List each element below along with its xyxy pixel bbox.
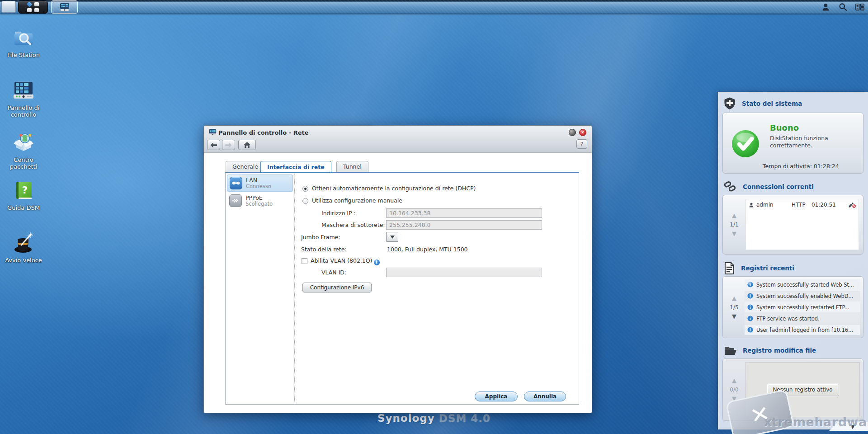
- dhcp-radio[interactable]: [302, 186, 308, 192]
- log-list: System successfully started Web St... Sy…: [745, 279, 860, 335]
- desktop-icon-control-panel[interactable]: Pannello di controllo: [2, 79, 45, 118]
- home-button[interactable]: [238, 140, 256, 150]
- shield-icon: [724, 97, 736, 110]
- tab-label: Interfaccia di rete: [267, 164, 325, 170]
- interface-item-pppoe[interactable]: PPPoE Scollegato: [227, 193, 293, 209]
- desktop-icon-quick-start[interactable]: Avvio veloce: [2, 231, 45, 264]
- desktop-icon-file-station[interactable]: File Station: [2, 26, 45, 58]
- page-up-icon[interactable]: ▲: [732, 378, 736, 383]
- link-icon: [724, 181, 736, 193]
- subnet-mask-label: Maschera di sottorete:: [321, 222, 385, 228]
- main-menu-button[interactable]: [18, 0, 48, 14]
- jumbo-frame-select[interactable]: [386, 232, 398, 242]
- ipv6-config-button[interactable]: Configurazione IPv6: [302, 283, 372, 292]
- no-active-log-message: Nessun registro attivo: [767, 384, 839, 396]
- info-icon: [747, 293, 753, 299]
- desktop-icon-label: File Station: [2, 52, 45, 58]
- section-title: Registro modifica file: [743, 347, 816, 354]
- vlan-checkbox[interactable]: [302, 258, 307, 264]
- taskbar: [0, 0, 868, 14]
- help-button[interactable]: ?: [576, 139, 587, 149]
- list-divider: [294, 174, 295, 403]
- quick-start-icon: [12, 231, 35, 254]
- info-icon: [747, 282, 753, 288]
- pager-label: 1/1: [730, 222, 738, 228]
- connection-time: 01:20:51: [811, 202, 836, 208]
- connections-header: Connessioni correnti: [724, 180, 814, 193]
- desktop-icon-label: Pannello di controllo: [2, 104, 45, 118]
- pilot-view-icon[interactable]: [854, 2, 865, 13]
- widget-collapse-tab[interactable]: ▼: [829, 422, 868, 431]
- desktop-icon-label: Centro pacchetti: [2, 156, 45, 170]
- control-panel-mini-icon: [60, 3, 70, 11]
- vlan-id-label: VLAN ID:: [321, 269, 346, 276]
- log-text: System successfully restarted FTP...: [756, 304, 849, 311]
- interface-item-lan[interactable]: LAN Connesso: [227, 175, 293, 192]
- log-text: System successfully enabled WebD...: [756, 293, 854, 299]
- tab-interfaccia-di-rete[interactable]: Interfaccia di rete: [260, 161, 331, 172]
- vlan-id-field: [386, 268, 542, 277]
- pager-label: 1/5: [730, 304, 738, 311]
- tab-label: Tunnel: [343, 163, 362, 170]
- desktop-icon-label: Guida DSM: [2, 204, 45, 211]
- ipv6-button-label: Configurazione IPv6: [310, 284, 364, 291]
- uptime-text: Tempo di attività: 01:28:24: [763, 163, 839, 170]
- connection-row: admin HTTP 01:20:51: [746, 199, 859, 210]
- dsm-help-icon: ?: [12, 179, 35, 202]
- file-station-icon: [12, 26, 35, 49]
- vlan-checkbox-label: Abilita VLAN (802.1Q)i: [311, 257, 380, 265]
- pager-label: 0/0: [730, 387, 738, 393]
- kill-connection-icon[interactable]: [848, 202, 856, 208]
- system-health-widget: Stato del sistema Buono DiskStation funz…: [718, 92, 868, 429]
- info-icon[interactable]: i: [374, 259, 380, 265]
- search-icon[interactable]: [837, 2, 848, 13]
- manual-config-radio[interactable]: [302, 198, 308, 204]
- network-status-label: Stato della rete:: [301, 246, 347, 253]
- desktop-icon-dsm-help[interactable]: ? Guida DSM: [2, 179, 45, 211]
- recent-logs-header: Registri recenti: [724, 262, 794, 274]
- cancel-button[interactable]: Annulla: [524, 392, 566, 401]
- dhcp-radio-label: Ottieni automaticamente la configurazion…: [312, 185, 476, 192]
- system-status-header: Stato del sistema: [724, 97, 802, 110]
- connections-panel: ▲ 1/1 ▼ admin HTTP 01:20:51: [722, 195, 863, 255]
- info-icon: [747, 316, 753, 321]
- vlan-label-text: Abilita VLAN (802.1Q): [311, 257, 373, 264]
- apply-button[interactable]: Applica: [475, 392, 518, 401]
- page-down-icon[interactable]: ▼: [732, 396, 736, 401]
- forward-button[interactable]: [222, 140, 235, 150]
- close-icon: ✕: [581, 130, 585, 135]
- ip-field: 10.164.233.38: [386, 208, 542, 218]
- logs-pager: ▲ 1/5 ▼: [723, 277, 745, 338]
- chevron-down-icon: [390, 236, 395, 239]
- user-icon: [749, 202, 754, 208]
- interface-list: LAN Connesso PPPoE Scollegato: [227, 175, 293, 210]
- control-panel-window: Pannello di controllo - Rete ✕ ? General…: [203, 125, 592, 413]
- page-down-icon[interactable]: ▼: [732, 314, 736, 319]
- help-label: ?: [580, 141, 583, 147]
- log-row: System successfully enabled WebD...: [745, 291, 860, 301]
- log-row: System successfully started Web St...: [745, 279, 860, 290]
- user-icon[interactable]: [820, 2, 831, 13]
- log-row: System successfully restarted FTP...: [745, 302, 860, 312]
- taskbar-item-control-panel[interactable]: [51, 0, 78, 14]
- apply-label: Applica: [485, 393, 508, 400]
- lan-icon: [230, 177, 242, 189]
- page-up-icon[interactable]: ▲: [732, 213, 736, 218]
- minimize-button[interactable]: [569, 129, 576, 136]
- interface-status: Scollegato: [245, 201, 273, 207]
- desktop-icon-package-center[interactable]: Centro pacchetti: [2, 131, 45, 170]
- log-text: FTP service was started.: [756, 316, 820, 322]
- section-title: Stato del sistema: [742, 100, 802, 107]
- page-down-icon[interactable]: ▼: [732, 231, 736, 236]
- back-button[interactable]: [207, 140, 220, 150]
- manual-radio-label: Utilizza configurazione manuale: [312, 197, 402, 204]
- ip-label: Indirizzo IP :: [321, 210, 356, 217]
- svg-text:?: ?: [22, 184, 28, 196]
- tab-tunnel[interactable]: Tunnel: [336, 161, 368, 172]
- log-row: FTP service was started.: [745, 313, 860, 324]
- page-up-icon[interactable]: ▲: [732, 296, 736, 301]
- close-button[interactable]: ✕: [579, 129, 586, 136]
- show-desktop-button[interactable]: [1, 1, 16, 13]
- connections-pager: ▲ 1/1 ▼: [723, 195, 745, 254]
- tab-generale[interactable]: Generale: [226, 161, 265, 172]
